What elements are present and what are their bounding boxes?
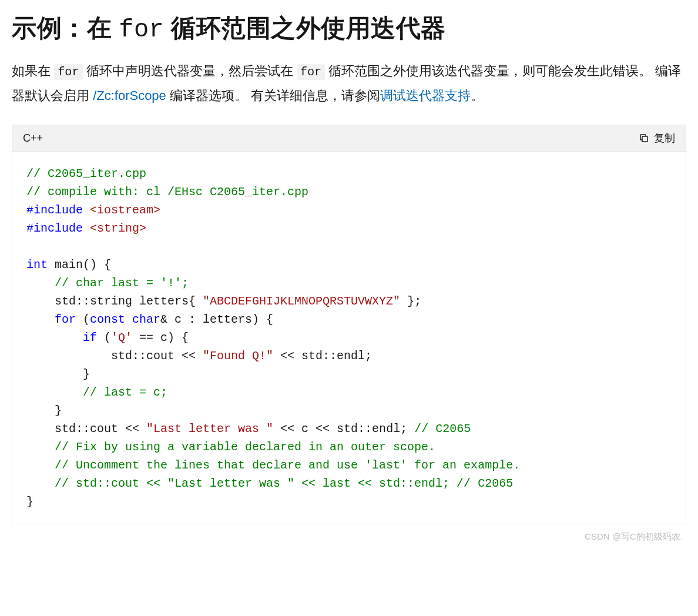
code-header: C++ 复制 <box>12 125 686 152</box>
copy-button[interactable]: 复制 <box>639 131 675 145</box>
copy-icon <box>639 133 649 143</box>
link-zc-forscope[interactable]: /Zc:forScope <box>93 88 166 103</box>
watermark: CSDN @写C的初级码农. <box>12 531 686 543</box>
inline-code-for-1: for <box>54 64 82 80</box>
title-code: for <box>119 16 164 44</box>
title-suffix: 循环范围之外使用迭代器 <box>164 14 446 42</box>
link-debug-iterator-support[interactable]: 调试迭代器支持 <box>380 88 471 103</box>
inline-code-for-2: for <box>297 64 325 80</box>
code-content: // C2065_iter.cpp // compile with: cl /E… <box>12 152 686 524</box>
code-language-label: C++ <box>23 132 43 145</box>
copy-label: 复制 <box>654 131 675 145</box>
code-block: C++ 复制 // C2065_iter.cpp // compile with… <box>12 125 686 524</box>
page-title: 示例：在 for 循环范围之外使用迭代器 <box>12 12 686 45</box>
title-prefix: 示例：在 <box>12 14 119 42</box>
svg-rect-0 <box>642 136 647 142</box>
description-paragraph: 如果在 for 循环中声明迭代器变量，然后尝试在 for 循环范围之外使用该迭代… <box>12 59 686 108</box>
